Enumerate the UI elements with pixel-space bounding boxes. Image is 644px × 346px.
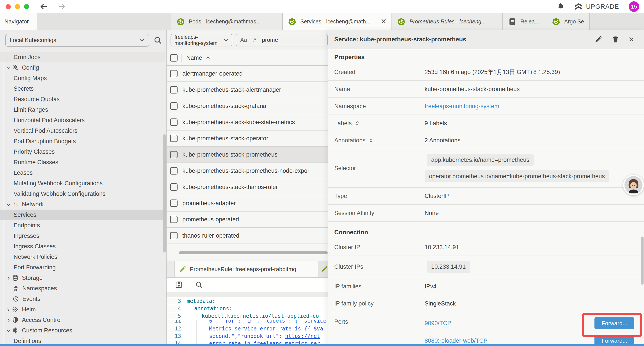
tree-item[interactable]: Endpoints <box>0 220 165 231</box>
notifications-bell-icon[interactable] <box>557 3 565 10</box>
editor-tab-partial[interactable] <box>318 261 328 277</box>
tree-item[interactable]: Horizontal Pod Autoscalers <box>0 115 165 125</box>
table-row[interactable]: kube-prometheus-stack-prometheus <box>166 147 328 163</box>
table-row[interactable]: prometheus-adapter <box>166 195 328 212</box>
tree-item[interactable]: Resource Quotas <box>0 94 165 104</box>
tree-chevron-icon[interactable] <box>6 276 11 280</box>
tree-item[interactable]: Events <box>0 294 165 304</box>
code-line[interactable]: 5 kubectl.kubernetes.io/last-applied-co <box>166 312 328 320</box>
horizontal-scrollbar[interactable] <box>179 251 328 254</box>
code-url-link[interactable]: https://net <box>285 333 320 339</box>
tree-item[interactable]: Cron Jobs <box>0 52 165 62</box>
edit-pencil-icon[interactable] <box>594 35 602 43</box>
editor-tab-active[interactable]: PrometheusRule: freeleaps-prod-rabbitmq <box>174 261 318 277</box>
tree-item[interactable]: ↑↓ Network <box>0 199 165 210</box>
namespace-link[interactable]: freeleaps-monitoring-system <box>424 103 499 109</box>
table-row[interactable]: alertmanager-operated <box>166 66 328 82</box>
tab-navigator[interactable]: Navigator <box>0 13 37 30</box>
tree-item[interactable]: Ingresses <box>0 231 165 241</box>
table-row[interactable]: prometheus-operated <box>166 212 328 228</box>
row-checkbox[interactable] <box>170 102 178 110</box>
tree-item[interactable]: Ingress Classes <box>0 241 165 252</box>
row-checkbox[interactable] <box>170 216 178 223</box>
cluster-tab[interactable]: Argo Se <box>547 13 590 30</box>
regex-toggle[interactable]: .* <box>252 36 256 43</box>
delete-trash-icon[interactable] <box>612 35 620 43</box>
row-checkbox[interactable] <box>170 232 178 239</box>
tree-chevron-icon[interactable] <box>6 307 11 312</box>
row-checkbox[interactable] <box>170 86 178 93</box>
close-tab-icon[interactable]: × <box>377 17 386 26</box>
table-row[interactable]: thanos-ruler-operated <box>166 228 328 244</box>
close-window-button[interactable] <box>6 4 11 9</box>
tree-item[interactable]: Access Control <box>0 315 165 325</box>
tree-item[interactable]: Custom Resources <box>0 325 165 336</box>
tree-item[interactable]: Runtime Classes <box>0 157 165 168</box>
cluster-tab[interactable]: Pods - icecheng@mathmas... <box>171 13 283 30</box>
tree-item[interactable]: Helm <box>0 304 165 315</box>
tree-item[interactable]: Mutating Webhook Configurations <box>0 178 165 189</box>
row-checkbox[interactable] <box>170 70 178 77</box>
upgrade-button[interactable]: UPGRADE <box>574 2 619 11</box>
editor-search-icon[interactable] <box>195 281 203 289</box>
detail-scrollbar[interactable] <box>641 237 644 285</box>
sidebar-search-icon[interactable] <box>154 36 162 45</box>
code-line[interactable]: 4 annotations: <box>166 305 328 312</box>
kubeconfig-select[interactable]: Local Kubeconfigs <box>5 34 149 47</box>
cluster-tab[interactable]: Services - icecheng@math... × <box>283 13 392 30</box>
back-icon[interactable] <box>40 3 48 10</box>
tree-chevron-icon[interactable] <box>6 328 11 333</box>
namespace-select[interactable]: freeleaps-monitoring-system <box>170 34 232 46</box>
tree-item[interactable]: Config Maps <box>0 73 165 83</box>
yaml-code-area[interactable]: 3 metadata: 4 annotations: 5 kubectl.kub… <box>166 297 328 346</box>
table-row[interactable]: kube-prometheus-stack-grafana <box>166 98 328 114</box>
row-checkbox[interactable] <box>170 167 178 175</box>
save-icon[interactable] <box>175 281 183 289</box>
cluster-tab[interactable]: Prometheus Rules - icecheng... <box>392 13 503 30</box>
list-search-input[interactable] <box>262 36 310 43</box>
tree-item[interactable]: Vertical Pod Autoscalers <box>0 125 165 136</box>
match-case-toggle[interactable]: Aa <box>240 36 247 43</box>
row-checkbox[interactable] <box>170 135 178 142</box>
port-link[interactable]: 9090/TCP <box>424 320 451 327</box>
forward-icon[interactable] <box>58 3 66 10</box>
tree-item[interactable]: Storage <box>0 273 165 283</box>
tree-item[interactable]: Secrets <box>0 83 165 94</box>
name-column-header[interactable]: Name <box>186 54 202 61</box>
tree-item[interactable]: Limit Ranges <box>0 104 165 115</box>
list-search-box[interactable]: Aa .* <box>236 34 328 46</box>
tree-item[interactable]: Namespaces <box>0 283 165 294</box>
sidebar-scrollbar[interactable] <box>163 134 166 253</box>
tree-chevron-icon[interactable] <box>6 318 11 322</box>
zoom-window-button[interactable] <box>24 4 29 9</box>
row-checkbox[interactable] <box>170 118 178 126</box>
row-checkbox[interactable] <box>170 151 178 158</box>
tree-item[interactable]: Network Policies <box>0 252 165 262</box>
tree-item[interactable]: Priority Classes <box>0 146 165 157</box>
tree-item[interactable]: Pod Disruption Budgets <box>0 136 165 146</box>
cluster-tab[interactable]: Release Notes <box>503 13 547 30</box>
minimize-window-button[interactable] <box>15 4 20 9</box>
row-checkbox[interactable] <box>170 200 178 207</box>
select-all-checkbox[interactable] <box>170 54 178 61</box>
close-panel-icon[interactable]: × <box>629 35 636 43</box>
notification-count-badge[interactable]: 15 <box>629 1 639 12</box>
tree-item[interactable]: Leases <box>0 168 165 178</box>
table-row[interactable]: kube-prometheus-stack-prometheus-node-ex… <box>166 163 328 179</box>
port-link[interactable]: 8080:reloader-web/TCP <box>424 338 488 344</box>
code-line[interactable]: 3 metadata: <box>166 297 328 305</box>
table-row[interactable]: kube-prometheus-stack-operator <box>166 130 328 147</box>
tree-chevron-icon[interactable] <box>6 65 11 70</box>
table-row[interactable]: kube-prometheus-stack-alertmanager <box>166 82 328 98</box>
user-avatar[interactable] <box>623 175 644 195</box>
tree-item[interactable]: Validating Webhook Configurations <box>0 189 165 199</box>
tree-item[interactable]: Config <box>0 62 165 73</box>
tree-item[interactable]: Services <box>0 210 165 220</box>
sort-caret-up-icon[interactable] <box>205 55 211 61</box>
tree-item[interactable]: Port Forwarding <box>0 262 165 273</box>
table-row[interactable]: kube-prometheus-stack-kube-state-metrics <box>166 114 328 130</box>
table-row[interactable]: kube-prometheus-stack-thanos-ruler <box>166 179 328 195</box>
tree-chevron-icon[interactable] <box>6 202 11 207</box>
sort-icon[interactable] <box>354 120 360 126</box>
row-checkbox[interactable] <box>170 183 178 191</box>
